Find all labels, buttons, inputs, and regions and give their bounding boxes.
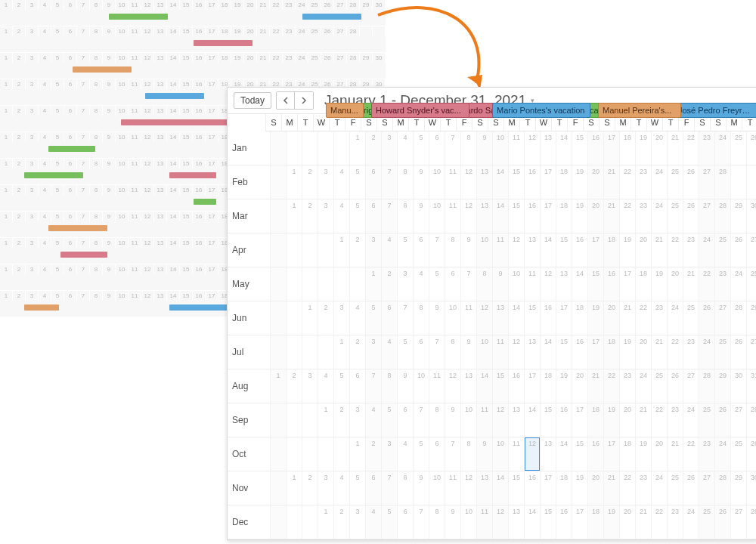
day-cell[interactable] bbox=[318, 335, 333, 369]
day-cell[interactable]: 14 bbox=[492, 199, 508, 233]
day-cell[interactable]: 7 bbox=[429, 233, 445, 267]
day-cell[interactable]: 19 bbox=[603, 403, 619, 437]
day-cell[interactable]: 19 bbox=[572, 199, 587, 233]
day-cell[interactable]: 1 bbox=[318, 505, 333, 539]
day-cell[interactable] bbox=[286, 267, 302, 301]
day-cell[interactable] bbox=[730, 165, 746, 199]
day-cell[interactable]: 1 bbox=[286, 199, 302, 233]
calendar-event[interactable]: Howard Snyder's vac... bbox=[371, 103, 469, 118]
calendar-event[interactable]: José Pedro Freyre... bbox=[674, 103, 756, 118]
day-cell[interactable]: 3 bbox=[397, 267, 413, 301]
day-cell[interactable]: 12 bbox=[476, 301, 492, 335]
day-cell[interactable]: 25 bbox=[667, 165, 683, 199]
day-cell[interactable]: 22 bbox=[683, 131, 699, 165]
day-cell[interactable]: 8 bbox=[429, 403, 445, 437]
day-cell[interactable]: 11 bbox=[445, 471, 460, 505]
day-cell[interactable]: 10 bbox=[476, 233, 492, 267]
day-cell[interactable] bbox=[302, 233, 318, 267]
day-cell[interactable]: 22 bbox=[619, 199, 635, 233]
day-cell[interactable]: 2 bbox=[349, 233, 365, 267]
day-cell[interactable]: 27 bbox=[699, 199, 714, 233]
day-cell[interactable]: 5 bbox=[349, 199, 365, 233]
day-cell[interactable]: 20 bbox=[635, 233, 651, 267]
day-cell[interactable]: 25 bbox=[651, 369, 667, 403]
day-cell[interactable]: 11 bbox=[460, 301, 476, 335]
day-cell[interactable]: 12 bbox=[540, 267, 556, 301]
day-cell[interactable] bbox=[270, 165, 286, 199]
day-cell[interactable]: 17 bbox=[524, 369, 540, 403]
day-cell[interactable] bbox=[270, 403, 286, 437]
day-cell[interactable]: 12 bbox=[460, 199, 476, 233]
day-cell[interactable] bbox=[333, 437, 349, 471]
day-cell[interactable]: 26 bbox=[714, 403, 730, 437]
calendar-event[interactable]: Manuel Pereira's... bbox=[598, 103, 681, 118]
day-cell[interactable] bbox=[349, 267, 365, 301]
day-cell[interactable]: 25 bbox=[667, 471, 683, 505]
day-cell[interactable]: 1 bbox=[349, 437, 365, 471]
day-cell[interactable]: 29 bbox=[714, 369, 730, 403]
day-cell[interactable]: 16 bbox=[556, 403, 572, 437]
day-cell[interactable]: 23 bbox=[683, 233, 699, 267]
day-cell[interactable]: 9 bbox=[429, 301, 445, 335]
day-cell[interactable]: 20 bbox=[619, 505, 635, 539]
day-cell[interactable]: 13 bbox=[460, 369, 476, 403]
day-cell[interactable] bbox=[333, 131, 349, 165]
prev-button[interactable] bbox=[277, 92, 295, 109]
day-cell[interactable]: 28 bbox=[714, 471, 730, 505]
day-cell[interactable]: 7 bbox=[429, 335, 445, 369]
day-cell[interactable]: 26 bbox=[746, 131, 756, 165]
day-cell[interactable]: 24 bbox=[635, 369, 651, 403]
day-cell[interactable]: 1 bbox=[302, 301, 318, 335]
day-cell[interactable]: 8 bbox=[460, 131, 476, 165]
day-cell[interactable]: 28 bbox=[714, 199, 730, 233]
day-cell[interactable]: 14 bbox=[572, 267, 587, 301]
day-cell[interactable]: 9 bbox=[413, 471, 429, 505]
day-cell[interactable] bbox=[318, 437, 333, 471]
day-cell[interactable]: 20 bbox=[667, 267, 683, 301]
day-cell[interactable]: 9 bbox=[460, 233, 476, 267]
day-cell[interactable] bbox=[286, 131, 302, 165]
day-cell[interactable]: 24 bbox=[714, 437, 730, 471]
day-cell[interactable]: 6 bbox=[397, 403, 413, 437]
day-cell[interactable]: 11 bbox=[508, 131, 524, 165]
day-cell[interactable]: 17 bbox=[572, 403, 587, 437]
day-cell[interactable]: 25 bbox=[699, 505, 714, 539]
day-cell[interactable]: 22 bbox=[635, 301, 651, 335]
day-cell[interactable]: 15 bbox=[540, 505, 556, 539]
day-cell[interactable]: 14 bbox=[524, 505, 540, 539]
day-cell[interactable] bbox=[270, 233, 286, 267]
day-cell[interactable]: 6 bbox=[381, 301, 397, 335]
day-cell[interactable]: 27 bbox=[699, 165, 714, 199]
day-cell[interactable]: 6 bbox=[445, 267, 460, 301]
day-cell[interactable]: 21 bbox=[683, 267, 699, 301]
day-cell[interactable]: 16 bbox=[572, 233, 587, 267]
day-cell[interactable]: 2 bbox=[318, 301, 333, 335]
day-cell[interactable]: 20 bbox=[651, 437, 667, 471]
day-cell[interactable]: 1 bbox=[286, 165, 302, 199]
day-cell[interactable]: 7 bbox=[381, 165, 397, 199]
day-cell[interactable]: 31 bbox=[746, 369, 756, 403]
day-cell[interactable] bbox=[270, 437, 286, 471]
day-cell[interactable]: 1 bbox=[365, 267, 381, 301]
day-cell[interactable]: 27 bbox=[683, 369, 699, 403]
day-cell[interactable]: 23 bbox=[714, 267, 730, 301]
day-cell[interactable]: 9 bbox=[397, 369, 413, 403]
day-cell[interactable]: 15 bbox=[572, 131, 587, 165]
day-cell[interactable]: 13 bbox=[492, 301, 508, 335]
day-cell[interactable]: 13 bbox=[476, 165, 492, 199]
day-cell[interactable]: 11 bbox=[429, 369, 445, 403]
calendar-event[interactable]: Manu... bbox=[326, 103, 364, 118]
day-cell[interactable]: 5 bbox=[349, 471, 365, 505]
day-cell[interactable]: 10 bbox=[445, 301, 460, 335]
day-cell[interactable]: 26 bbox=[683, 471, 699, 505]
day-cell[interactable]: 25 bbox=[730, 131, 746, 165]
day-cell[interactable]: 4 bbox=[365, 505, 381, 539]
day-cell[interactable]: 1 bbox=[270, 369, 286, 403]
day-cell[interactable]: 9 bbox=[492, 267, 508, 301]
day-cell[interactable]: 2 bbox=[302, 165, 318, 199]
day-cell[interactable]: 5 bbox=[397, 233, 413, 267]
day-cell[interactable]: 17 bbox=[572, 505, 587, 539]
day-cell[interactable]: 21 bbox=[587, 369, 603, 403]
day-cell[interactable]: 16 bbox=[603, 267, 619, 301]
day-cell[interactable]: 9 bbox=[445, 505, 460, 539]
